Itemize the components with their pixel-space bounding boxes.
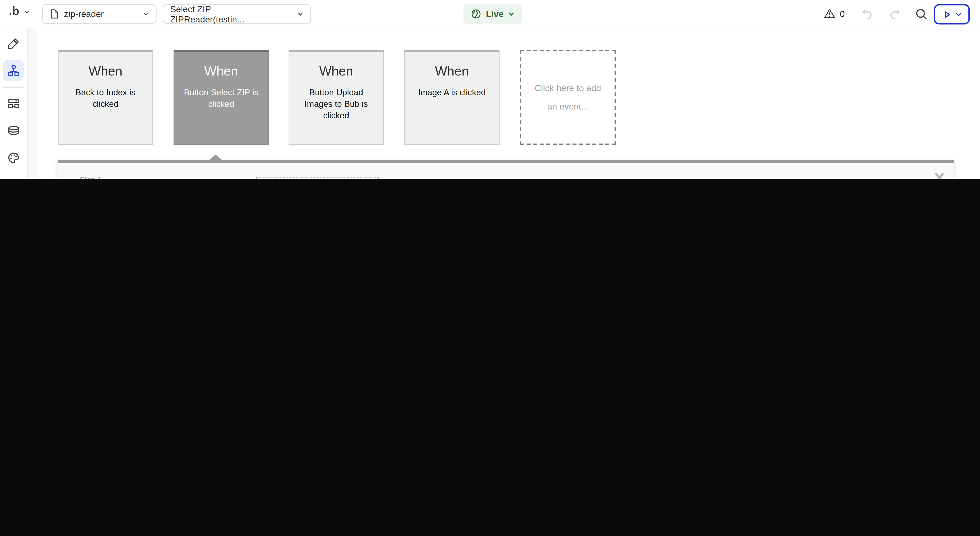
components-icon[interactable] — [7, 97, 21, 110]
top-bar: .b zip-reader Select ZIP ZIPReader(testi… — [0, 0, 980, 29]
event-card[interactable]: When Image A is clicked — [404, 50, 500, 145]
workflow-canvas[interactable]: When Back to Index is clicked When Butto… — [37, 29, 980, 179]
sidebar-divider — [3, 87, 24, 88]
environment-switcher[interactable]: Live — [463, 4, 522, 24]
event-subtitle: Button Upload Images to Bub is clicked — [289, 87, 383, 122]
issues-count: 0 — [840, 9, 845, 19]
chevron-down-icon — [143, 11, 149, 17]
environment-label: Live — [486, 9, 504, 19]
step-panel: Step 1 Select ZIP ZIPReader(testing) A (… — [58, 160, 954, 179]
step-label: Step 1 — [80, 176, 251, 179]
app-menu-button[interactable]: .b — [9, 5, 30, 18]
left-sidebar: ? — [0, 29, 27, 179]
page-selector-value: zip-reader — [64, 9, 104, 19]
design-pencil-icon[interactable] — [7, 37, 21, 50]
element-selector-value: Select ZIP ZIPReader(testin... — [170, 4, 286, 24]
event-title: When — [289, 64, 383, 79]
redo-icon[interactable] — [888, 8, 902, 21]
styles-palette-icon[interactable] — [7, 151, 21, 165]
issues-indicator[interactable]: 0 — [824, 8, 845, 20]
close-icon[interactable] — [934, 172, 945, 179]
event-card[interactable]: When Button Upload Images to Bub is clic… — [288, 50, 384, 145]
globe-icon — [471, 9, 481, 19]
page-icon — [50, 9, 59, 19]
chevron-down-icon — [508, 11, 514, 17]
chevron-down-icon — [24, 9, 30, 15]
chevron-down-icon — [298, 11, 304, 17]
preview-button[interactable] — [934, 4, 970, 24]
bubble-editor-window: .b zip-reader Select ZIP ZIPReader(testi… — [0, 0, 980, 179]
event-card[interactable]: When Back to Index is clicked — [58, 50, 153, 145]
event-title: When — [405, 64, 499, 79]
add-action-placeholder[interactable]: Click here to add an action... — [256, 177, 379, 179]
panel-scrollbar[interactable] — [58, 160, 954, 163]
play-icon — [942, 9, 952, 19]
workflow-icon[interactable] — [7, 64, 21, 78]
page-selector-dropdown[interactable]: zip-reader — [42, 4, 156, 24]
search-icon[interactable] — [915, 8, 928, 21]
event-card-selected[interactable]: When Button Select ZIP is clicked — [173, 50, 269, 145]
panel-caret — [210, 154, 222, 160]
event-title: When — [59, 64, 153, 79]
element-selector-dropdown[interactable]: Select ZIP ZIPReader(testin... — [163, 4, 311, 24]
event-subtitle: Button Select ZIP is clicked — [174, 87, 268, 110]
plugins-icon[interactable] — [7, 178, 21, 179]
collapsed-panel-strip — [27, 29, 37, 179]
event-title: When — [174, 64, 268, 79]
undo-icon[interactable] — [860, 8, 874, 21]
event-subtitle: Back to Index is clicked — [59, 87, 153, 110]
add-event-placeholder[interactable]: Click here to add an event... — [520, 50, 616, 145]
database-icon[interactable] — [7, 124, 21, 138]
event-subtitle: Image A is clicked — [405, 87, 499, 98]
bubble-logo: .b — [9, 5, 19, 18]
warning-icon — [824, 8, 836, 20]
chevron-down-icon — [956, 11, 962, 17]
step-1[interactable]: Step 1 Select ZIP ZIPReader(testing) A (… — [80, 176, 251, 179]
